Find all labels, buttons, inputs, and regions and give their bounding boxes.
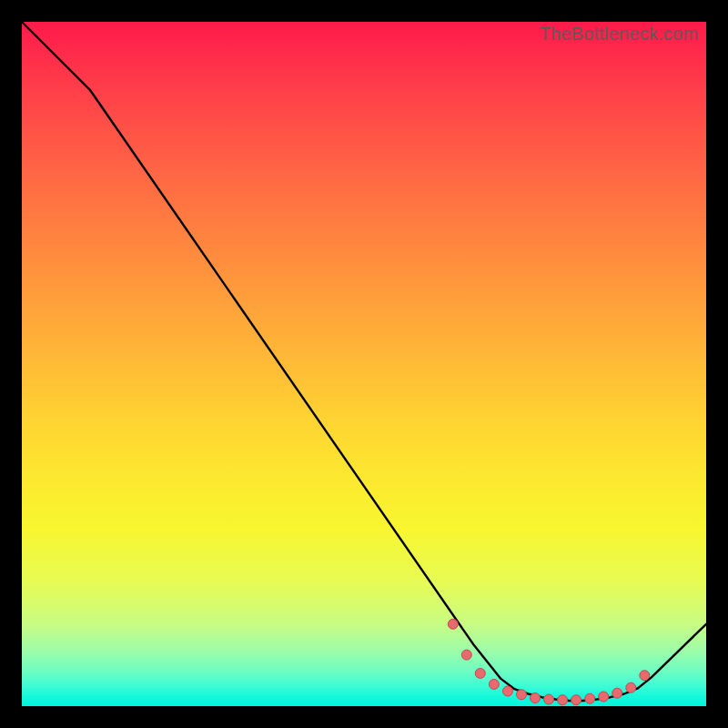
marker-point [531, 693, 541, 703]
marker-point [585, 693, 595, 703]
marker-point [448, 619, 458, 629]
curve-markers [448, 619, 650, 704]
plot-area: TheBottleneck.com [22, 22, 706, 706]
marker-point [517, 690, 527, 700]
chart-svg [22, 22, 706, 706]
bottleneck-curve [22, 22, 706, 701]
marker-point [461, 650, 471, 660]
marker-point [489, 679, 499, 689]
chart-frame: TheBottleneck.com [0, 0, 728, 728]
marker-point [626, 682, 636, 693]
marker-point [544, 694, 554, 704]
marker-point [502, 686, 512, 696]
marker-point [475, 668, 485, 678]
marker-point [571, 695, 581, 705]
marker-point [640, 671, 650, 681]
marker-point [558, 695, 568, 705]
marker-point [599, 692, 609, 702]
marker-point [612, 688, 622, 698]
